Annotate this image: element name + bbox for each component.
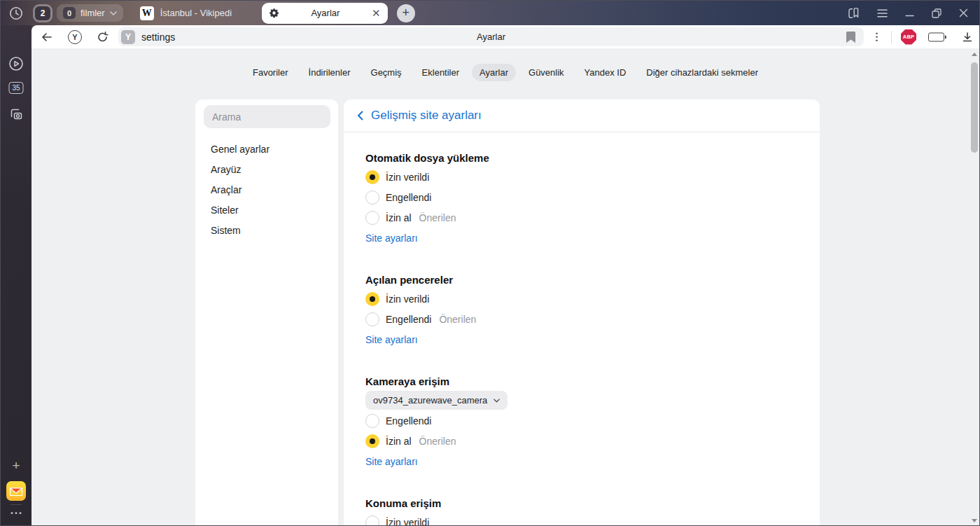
- radio-icon[interactable]: [365, 211, 379, 225]
- back-button[interactable]: [41, 31, 52, 43]
- adblock-extension-button[interactable]: ABP: [901, 29, 916, 45]
- section-title-auto-download: Otomatik dosya yükleme: [365, 151, 820, 165]
- close-tab-icon[interactable]: ✕: [372, 8, 381, 18]
- screenshot-camera-icon: [8, 106, 24, 122]
- browser-menu-button[interactable]: [877, 9, 888, 18]
- advanced-site-settings-panel: Gelişmiş site ayarları Otomatik dosya yü…: [344, 99, 820, 526]
- radio-option-row[interactable]: Engellendi: [365, 410, 820, 431]
- nav-tab-favoriler[interactable]: Favoriler: [245, 64, 296, 81]
- camera-device-select[interactable]: ov9734_azurewave_camera: [365, 391, 507, 410]
- clock-icon: [8, 6, 24, 21]
- nav-tab-diger-cihazlar[interactable]: Diğer cihazlardaki sekmeler: [638, 64, 766, 81]
- settings-page: Favoriler İndirilenler Geçmiş Eklentiler…: [31, 48, 979, 526]
- radio-icon[interactable]: [365, 414, 379, 428]
- download-icon: [962, 32, 973, 43]
- tab-wikipedia[interactable]: W İstanbul - Vikipedi: [140, 6, 251, 20]
- screenshot-button[interactable]: [8, 106, 24, 122]
- video-player-button[interactable]: [8, 55, 24, 72]
- search-input[interactable]: [212, 111, 322, 123]
- address-bar[interactable]: Y settings Ayarlar: [118, 27, 864, 46]
- gear-icon: [269, 8, 279, 18]
- tab-group-button[interactable]: 2: [33, 4, 52, 22]
- battery-saver-button[interactable]: [928, 32, 944, 41]
- radio-icon[interactable]: [365, 191, 379, 205]
- option-label: İzin verildi: [386, 517, 429, 526]
- page-title: Ayarlar: [118, 32, 864, 42]
- pinned-tabs-group[interactable]: 0 filmler: [57, 4, 123, 22]
- radio-selected-icon[interactable]: [365, 170, 379, 184]
- reload-button[interactable]: [97, 31, 108, 43]
- nav-tab-eklentiler[interactable]: Eklentiler: [414, 64, 467, 81]
- play-circle-icon: [8, 55, 24, 72]
- bookmark-button[interactable]: [846, 32, 855, 43]
- scroll-up-icon[interactable]: [972, 53, 977, 56]
- downloads-button[interactable]: [962, 32, 973, 43]
- restore-button[interactable]: [932, 8, 941, 18]
- sidebar-item-araclar[interactable]: Araçlar: [195, 179, 338, 200]
- tabs-count-badge: 35: [9, 82, 24, 94]
- site-settings-link[interactable]: Site ayarları: [365, 334, 418, 345]
- nav-tab-ayarlar-active[interactable]: Ayarlar: [472, 64, 516, 81]
- sidebar-item-genel-ayarlar[interactable]: Genel ayarlar: [195, 139, 338, 159]
- section-title-location: Konuma erişim: [365, 497, 820, 510]
- radio-option-row[interactable]: İzin al Önerilen: [365, 207, 820, 228]
- page-scrollbar[interactable]: [969, 48, 979, 526]
- radio-icon[interactable]: [365, 515, 379, 526]
- option-label: İzin verildi: [386, 293, 429, 305]
- browser-window: 2 0 filmler W İstanbul - Vikipedi Ayarla…: [0, 0, 980, 526]
- radio-option-row[interactable]: İzin al Önerilen: [365, 431, 820, 451]
- panel-header-back[interactable]: Gelişmiş site ayarları: [344, 99, 820, 132]
- add-widget-button[interactable]: +: [12, 458, 20, 473]
- hamburger-icon: [877, 9, 888, 18]
- option-label: İzin verildi: [386, 172, 429, 183]
- rail-more-button[interactable]: [11, 512, 22, 514]
- pinned-group-label: filmler: [80, 8, 105, 18]
- settings-nav-tabs: Favoriler İndirilenler Geçmiş Eklentiler…: [31, 48, 979, 81]
- site-settings-link[interactable]: Site ayarları: [365, 456, 418, 467]
- site-settings-link[interactable]: Site ayarları: [365, 233, 418, 244]
- camera-device-value: ov9734_azurewave_camera: [373, 395, 487, 406]
- pinned-count-badge: 0: [63, 7, 76, 19]
- toolbar: Y Y settings Ayarlar ABP: [31, 25, 979, 48]
- back-arrow-icon: [41, 31, 52, 43]
- sidebar-item-arayuz[interactable]: Arayüz: [195, 159, 338, 179]
- scroll-down-icon[interactable]: [972, 519, 977, 522]
- option-label: Engellendi: [386, 415, 431, 427]
- minimize-icon: [905, 8, 914, 18]
- radio-option-row[interactable]: İzin verildi: [365, 512, 820, 526]
- radio-option-row[interactable]: İzin verildi: [365, 289, 820, 309]
- new-tab-button[interactable]: +: [397, 4, 415, 22]
- history-button[interactable]: [1, 6, 31, 21]
- option-label: Engellendi: [386, 192, 431, 203]
- sidebar-item-siteler[interactable]: Siteler: [195, 200, 338, 220]
- tab-settings-active[interactable]: Ayarlar ✕: [262, 3, 388, 24]
- restore-icon: [932, 8, 941, 18]
- yandex-home-button[interactable]: Y: [68, 30, 82, 44]
- radio-selected-icon[interactable]: [365, 292, 379, 306]
- nav-tab-indirilenler[interactable]: İndirilenler: [301, 64, 358, 81]
- tab-title: İstanbul - Vikipedi: [160, 8, 232, 18]
- close-window-button[interactable]: [959, 8, 968, 18]
- battery-icon: [928, 32, 944, 41]
- address-menu-button[interactable]: [876, 32, 878, 41]
- all-tabs-button[interactable]: 35: [9, 82, 24, 94]
- radio-selected-icon[interactable]: [365, 434, 379, 448]
- scrollbar-thumb[interactable]: [971, 62, 978, 153]
- mail-app-button[interactable]: [6, 481, 26, 501]
- radio-option-row[interactable]: Engellendi: [365, 187, 820, 207]
- settings-search[interactable]: [204, 105, 330, 128]
- bookmark-icon: [846, 32, 855, 43]
- reload-icon: [97, 31, 108, 43]
- settings-sidebar-panel: Genel ayarlar Arayüz Araçlar Siteler Sis…: [195, 99, 338, 526]
- radio-option-row[interactable]: Engellendi Önerilen: [365, 309, 820, 329]
- nav-tab-yandex-id[interactable]: Yandex ID: [577, 64, 634, 81]
- sidebar-item-sistem[interactable]: Sistem: [195, 220, 338, 240]
- nav-tab-gecmis[interactable]: Geçmiş: [363, 64, 410, 81]
- minimize-button[interactable]: [905, 8, 914, 18]
- side-panel-button[interactable]: [847, 7, 860, 20]
- radio-icon[interactable]: [365, 312, 379, 326]
- radio-option-row[interactable]: İzin verildi: [365, 167, 820, 187]
- chevron-down-icon: [493, 399, 500, 403]
- nav-tab-guvenlik[interactable]: Güvenlik: [521, 64, 572, 81]
- recommended-badge: Önerilen: [419, 436, 456, 447]
